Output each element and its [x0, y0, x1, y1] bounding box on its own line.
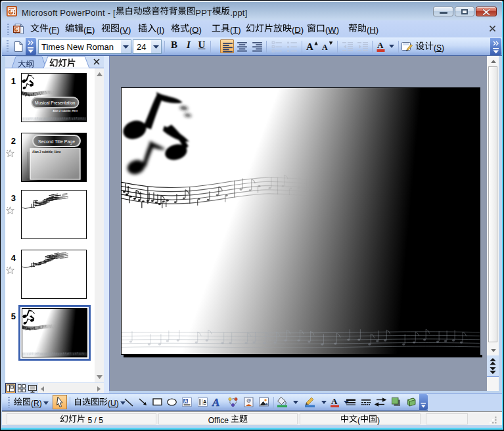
svg-text:Alan 2 subtitle; Here: Alan 2 subtitle; Here [53, 109, 78, 112]
svg-text:A: A [331, 396, 338, 406]
svg-text:A: A [322, 43, 328, 52]
svg-text:Alan 2 subtitle; Here: Alan 2 subtitle; Here [32, 150, 61, 154]
svg-text:A: A [212, 396, 219, 409]
svg-text:A: A [203, 399, 207, 405]
svg-text:A: A [306, 41, 313, 52]
svg-text:Second Title Page: Second Title Page [38, 139, 75, 145]
svg-text:A: A [184, 398, 188, 404]
svg-text:A: A [377, 40, 384, 50]
svg-text:Musical Presentation: Musical Presentation [35, 101, 76, 105]
